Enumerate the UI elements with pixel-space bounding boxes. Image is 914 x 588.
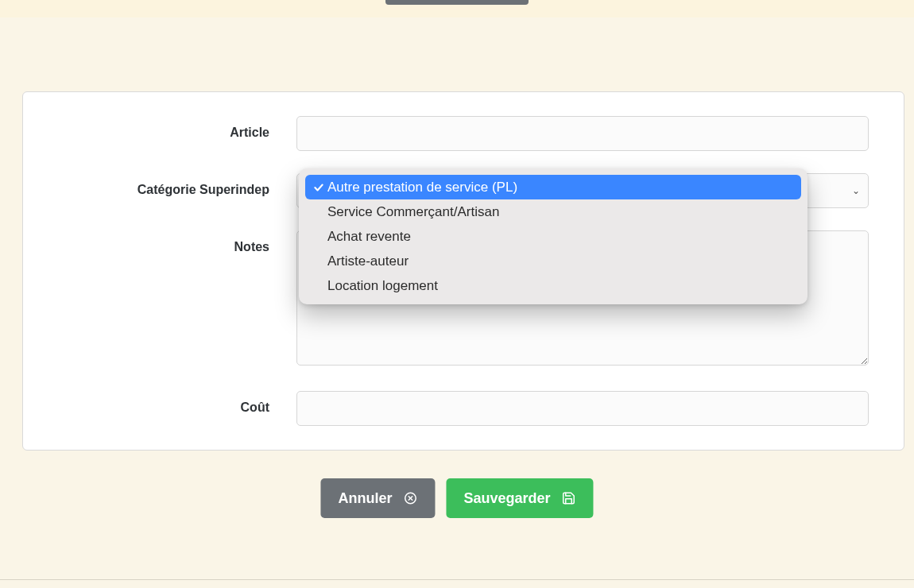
label-article: Article (58, 116, 296, 140)
label-notes: Notes (58, 230, 296, 254)
row-article: Article (58, 116, 869, 151)
label-cost: Coût (58, 391, 296, 415)
close-circle-icon (403, 491, 417, 505)
chevron-down-icon: ⌄ (852, 185, 860, 196)
top-button-fragment (385, 0, 529, 5)
check-icon (310, 182, 327, 193)
category-option-1[interactable]: Service Commerçant/Artisan (305, 199, 801, 224)
save-button[interactable]: Sauvegarder (446, 478, 593, 518)
footer-divider (0, 579, 914, 580)
cancel-label: Annuler (338, 490, 392, 507)
row-cost: Coût (58, 391, 869, 426)
option-label: Location logement (327, 278, 438, 294)
category-option-0[interactable]: Autre prestation de service (PL) (305, 175, 801, 199)
category-option-4[interactable]: Location logement (305, 273, 801, 298)
option-label: Achat revente (327, 229, 411, 245)
actions-row: Annuler Sauvegarder (320, 478, 593, 518)
cost-input[interactable] (296, 391, 869, 426)
label-category: Catégorie Superindep (58, 173, 296, 197)
cancel-button[interactable]: Annuler (320, 478, 435, 518)
article-input[interactable] (296, 116, 869, 151)
category-option-2[interactable]: Achat revente (305, 224, 801, 249)
option-label: Service Commerçant/Artisan (327, 204, 499, 220)
save-icon (562, 491, 576, 505)
save-label: Sauvegarder (463, 490, 550, 507)
category-dropdown[interactable]: Autre prestation de service (PL) Service… (299, 168, 807, 304)
option-label: Autre prestation de service (PL) (327, 180, 517, 195)
category-option-3[interactable]: Artiste-auteur (305, 249, 801, 273)
option-label: Artiste-auteur (327, 253, 409, 269)
